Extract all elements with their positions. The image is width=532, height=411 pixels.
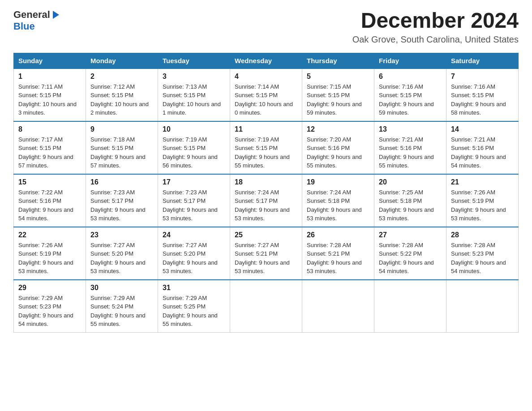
table-row bbox=[302, 280, 374, 333]
day-number: 17 bbox=[163, 178, 225, 186]
day-number: 18 bbox=[235, 178, 297, 186]
table-row: 31 Sunrise: 7:29 AMSunset: 5:25 PMDaylig… bbox=[158, 280, 230, 333]
day-number: 15 bbox=[18, 178, 81, 186]
day-info: Sunrise: 7:19 AMSunset: 5:15 PMDaylight:… bbox=[163, 136, 218, 169]
header-wednesday: Wednesday bbox=[230, 53, 302, 68]
table-row: 18 Sunrise: 7:24 AMSunset: 5:17 PMDaylig… bbox=[230, 174, 302, 227]
day-number: 23 bbox=[90, 231, 153, 239]
day-info: Sunrise: 7:21 AMSunset: 5:16 PMDaylight:… bbox=[451, 136, 506, 169]
day-info: Sunrise: 7:19 AMSunset: 5:15 PMDaylight:… bbox=[235, 136, 290, 169]
table-row: 5 Sunrise: 7:15 AMSunset: 5:15 PMDayligh… bbox=[302, 68, 374, 121]
table-row: 21 Sunrise: 7:26 AMSunset: 5:19 PMDaylig… bbox=[446, 174, 519, 227]
day-info: Sunrise: 7:29 AMSunset: 5:25 PMDaylight:… bbox=[163, 295, 218, 328]
day-info: Sunrise: 7:27 AMSunset: 5:20 PMDaylight:… bbox=[90, 242, 146, 275]
table-row: 4 Sunrise: 7:14 AMSunset: 5:15 PMDayligh… bbox=[230, 68, 302, 121]
header-thursday: Thursday bbox=[302, 53, 374, 68]
logo-general-text: General bbox=[13, 9, 50, 21]
logo-blue-text: Blue bbox=[13, 21, 35, 32]
table-row: 12 Sunrise: 7:20 AMSunset: 5:16 PMDaylig… bbox=[302, 121, 374, 174]
day-number: 21 bbox=[451, 178, 514, 186]
page-header: General Blue December 2024 Oak Grove, So… bbox=[13, 9, 519, 45]
table-row: 25 Sunrise: 7:27 AMSunset: 5:21 PMDaylig… bbox=[230, 227, 302, 280]
table-row: 7 Sunrise: 7:16 AMSunset: 5:15 PMDayligh… bbox=[446, 68, 519, 121]
logo: General Blue bbox=[13, 9, 61, 32]
day-number: 8 bbox=[18, 125, 81, 133]
table-row: 23 Sunrise: 7:27 AMSunset: 5:20 PMDaylig… bbox=[86, 227, 158, 280]
day-info: Sunrise: 7:21 AMSunset: 5:16 PMDaylight:… bbox=[379, 136, 434, 169]
day-info: Sunrise: 7:27 AMSunset: 5:21 PMDaylight:… bbox=[235, 242, 290, 275]
table-row: 14 Sunrise: 7:21 AMSunset: 5:16 PMDaylig… bbox=[446, 121, 519, 174]
day-info: Sunrise: 7:29 AMSunset: 5:23 PMDaylight:… bbox=[18, 295, 73, 328]
table-row: 10 Sunrise: 7:19 AMSunset: 5:15 PMDaylig… bbox=[158, 121, 230, 174]
day-number: 9 bbox=[90, 125, 153, 133]
day-info: Sunrise: 7:23 AMSunset: 5:17 PMDaylight:… bbox=[90, 189, 146, 222]
table-row: 13 Sunrise: 7:21 AMSunset: 5:16 PMDaylig… bbox=[374, 121, 446, 174]
table-row: 16 Sunrise: 7:23 AMSunset: 5:17 PMDaylig… bbox=[86, 174, 158, 227]
day-number: 1 bbox=[18, 73, 81, 81]
day-info: Sunrise: 7:24 AMSunset: 5:17 PMDaylight:… bbox=[235, 189, 290, 222]
header-sunday: Sunday bbox=[14, 53, 86, 68]
table-row: 19 Sunrise: 7:24 AMSunset: 5:18 PMDaylig… bbox=[302, 174, 374, 227]
day-info: Sunrise: 7:12 AMSunset: 5:15 PMDaylight:… bbox=[90, 83, 149, 116]
day-number: 29 bbox=[18, 284, 81, 292]
table-row bbox=[446, 280, 519, 333]
day-info: Sunrise: 7:28 AMSunset: 5:21 PMDaylight:… bbox=[307, 242, 362, 275]
day-info: Sunrise: 7:15 AMSunset: 5:15 PMDaylight:… bbox=[307, 83, 362, 116]
day-info: Sunrise: 7:17 AMSunset: 5:15 PMDaylight:… bbox=[18, 136, 73, 169]
calendar-table: Sunday Monday Tuesday Wednesday Thursday… bbox=[13, 53, 519, 333]
header-tuesday: Tuesday bbox=[158, 53, 230, 68]
table-row: 3 Sunrise: 7:13 AMSunset: 5:15 PMDayligh… bbox=[158, 68, 230, 121]
table-row bbox=[374, 280, 446, 333]
day-number: 22 bbox=[18, 231, 81, 239]
table-row: 28 Sunrise: 7:28 AMSunset: 5:23 PMDaylig… bbox=[446, 227, 519, 280]
table-row: 17 Sunrise: 7:23 AMSunset: 5:17 PMDaylig… bbox=[158, 174, 230, 227]
table-row: 11 Sunrise: 7:19 AMSunset: 5:15 PMDaylig… bbox=[230, 121, 302, 174]
day-number: 14 bbox=[451, 125, 514, 133]
day-number: 5 bbox=[307, 73, 369, 81]
svg-marker-0 bbox=[53, 11, 59, 19]
day-number: 3 bbox=[163, 73, 225, 81]
table-row: 22 Sunrise: 7:26 AMSunset: 5:19 PMDaylig… bbox=[14, 227, 86, 280]
day-number: 11 bbox=[235, 125, 297, 133]
day-info: Sunrise: 7:11 AMSunset: 5:15 PMDaylight:… bbox=[18, 83, 77, 116]
day-info: Sunrise: 7:28 AMSunset: 5:23 PMDaylight:… bbox=[451, 242, 506, 275]
header-saturday: Saturday bbox=[446, 53, 519, 68]
month-title: December 2024 bbox=[352, 9, 519, 33]
table-row: 15 Sunrise: 7:22 AMSunset: 5:16 PMDaylig… bbox=[14, 174, 86, 227]
table-row: 2 Sunrise: 7:12 AMSunset: 5:15 PMDayligh… bbox=[86, 68, 158, 121]
table-row: 8 Sunrise: 7:17 AMSunset: 5:15 PMDayligh… bbox=[14, 121, 86, 174]
day-number: 20 bbox=[379, 178, 442, 186]
table-row: 24 Sunrise: 7:27 AMSunset: 5:20 PMDaylig… bbox=[158, 227, 230, 280]
day-info: Sunrise: 7:22 AMSunset: 5:16 PMDaylight:… bbox=[18, 189, 73, 222]
day-number: 30 bbox=[90, 284, 153, 292]
day-info: Sunrise: 7:24 AMSunset: 5:18 PMDaylight:… bbox=[307, 189, 362, 222]
location-title: Oak Grove, South Carolina, United States bbox=[352, 34, 519, 45]
table-row: 6 Sunrise: 7:16 AMSunset: 5:15 PMDayligh… bbox=[374, 68, 446, 121]
day-number: 13 bbox=[379, 125, 442, 133]
table-row: 20 Sunrise: 7:25 AMSunset: 5:18 PMDaylig… bbox=[374, 174, 446, 227]
day-number: 19 bbox=[307, 178, 369, 186]
day-number: 26 bbox=[307, 231, 369, 239]
day-number: 25 bbox=[235, 231, 297, 239]
day-info: Sunrise: 7:14 AMSunset: 5:15 PMDaylight:… bbox=[235, 83, 293, 116]
table-row: 30 Sunrise: 7:29 AMSunset: 5:24 PMDaylig… bbox=[86, 280, 158, 333]
table-row: 1 Sunrise: 7:11 AMSunset: 5:15 PMDayligh… bbox=[14, 68, 86, 121]
day-number: 10 bbox=[163, 125, 225, 133]
day-info: Sunrise: 7:20 AMSunset: 5:16 PMDaylight:… bbox=[307, 136, 362, 169]
day-number: 7 bbox=[451, 73, 514, 81]
day-info: Sunrise: 7:25 AMSunset: 5:18 PMDaylight:… bbox=[379, 189, 434, 222]
day-number: 16 bbox=[90, 178, 153, 186]
calendar-body: 1 Sunrise: 7:11 AMSunset: 5:15 PMDayligh… bbox=[14, 68, 519, 333]
day-number: 4 bbox=[235, 73, 297, 81]
day-info: Sunrise: 7:13 AMSunset: 5:15 PMDaylight:… bbox=[163, 83, 221, 116]
day-info: Sunrise: 7:16 AMSunset: 5:15 PMDaylight:… bbox=[379, 83, 434, 116]
day-number: 6 bbox=[379, 73, 442, 81]
day-info: Sunrise: 7:18 AMSunset: 5:15 PMDaylight:… bbox=[90, 136, 146, 169]
day-number: 2 bbox=[90, 73, 153, 81]
table-row bbox=[230, 280, 302, 333]
table-row: 29 Sunrise: 7:29 AMSunset: 5:23 PMDaylig… bbox=[14, 280, 86, 333]
day-info: Sunrise: 7:27 AMSunset: 5:20 PMDaylight:… bbox=[163, 242, 218, 275]
day-info: Sunrise: 7:26 AMSunset: 5:19 PMDaylight:… bbox=[451, 189, 506, 222]
logo-arrow-icon bbox=[51, 10, 61, 20]
day-info: Sunrise: 7:28 AMSunset: 5:22 PMDaylight:… bbox=[379, 242, 434, 275]
